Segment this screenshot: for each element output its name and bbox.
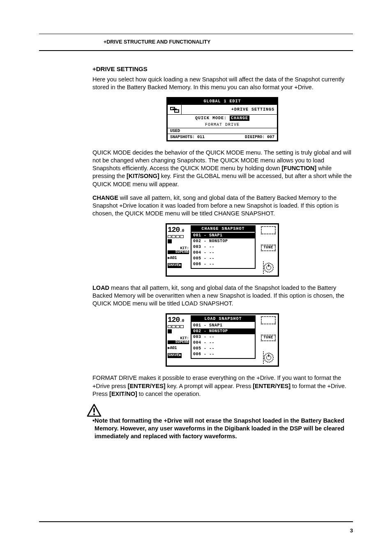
menu-item: 006 - -- [191, 352, 255, 357]
quick-mode-label: QUICK MODE: [195, 116, 227, 120]
menu-item: 005 - -- [191, 346, 255, 352]
menu-item: 006 - -- [191, 261, 255, 267]
step-fill [168, 239, 172, 243]
step-fill [168, 329, 172, 333]
menu-item: 003 - -- [191, 244, 255, 250]
lcd-used-label: USED [168, 128, 277, 134]
knob-icon [264, 263, 274, 273]
lcd-status-row: SNAPSHOTS: 011 DIGIPRO: 007 [168, 134, 277, 140]
bpm-value: 120.0 [168, 315, 189, 325]
lcd-right: TUNE [260, 316, 277, 364]
lcd-format-drive: FORMAT DRIVE [168, 122, 277, 128]
bpm-value: 120.0 [168, 225, 189, 235]
menu-list: 001 - SNAP1002 - NONSTOP003 - --004 - --… [191, 322, 255, 358]
warning-icon [87, 404, 352, 417]
figure-change-snapshot: 120.0 KIT:SUPERB ▶A01 SHAVE▶ CHANGE SNAP… [92, 223, 352, 277]
rule-bottom [39, 521, 353, 522]
param-box-icon [261, 316, 276, 324]
heading-drive-settings: +DRIVE SETTINGS [92, 65, 352, 73]
menu-item: 005 - -- [191, 256, 255, 261]
note-text: Note that formatting the +Drive will not… [95, 417, 352, 440]
svg-rect-1 [93, 414, 95, 415]
lcd-load-snapshot: 120.0 KIT:SUPERB ▶A01 SHAVE▶ LOAD SNAPSH… [166, 313, 279, 367]
lcd-snapshots: SNAPSHOTS: 011 [170, 134, 205, 140]
shave-label: SHAVE▶ [168, 353, 182, 358]
page-number: 3 [350, 527, 353, 534]
page: +DRIVE STRUCTURE AND FUNCTIONALITY +DRIV… [0, 0, 392, 555]
menu-item: 002 - NONSTOP [191, 328, 255, 334]
menu-item: 001 - SNAP1 [191, 323, 255, 328]
lcd-digipro: DIGIPRO: 007 [245, 134, 274, 140]
menu-item: 002 - NONSTOP [191, 238, 255, 244]
para-change: CHANGE will save all pattern, kit, song … [92, 194, 352, 217]
lcd-left: 120.0 KIT:SUPERB ▶A01 SHAVE▶ [168, 225, 189, 275]
figure-load-snapshot: 120.0 KIT:SUPERB ▶A01 SHAVE▶ LOAD SNAPSH… [92, 313, 352, 367]
menu-title: CHANGE SNAPSHOT [191, 226, 255, 232]
tune-label: TUNE [261, 335, 276, 341]
para-quick-mode: QUICK MODE decides the behavior of the Q… [92, 149, 352, 188]
menu-item: 004 - -- [191, 340, 255, 346]
lcd-global-edit: GLOBAL 1 EDIT +DRIVE SETTINGS QUICK MODE… [166, 97, 278, 141]
para-load: LOAD means that all pattern, kit, song a… [92, 284, 352, 308]
pattern-label: ▶A01 [168, 255, 189, 261]
tune-label: TUNE [261, 245, 276, 251]
lcd-left: 120.0 KIT:SUPERB ▶A01 SHAVE▶ [168, 315, 189, 365]
figure-global-edit: GLOBAL 1 EDIT +DRIVE SETTINGS QUICK MODE… [92, 97, 352, 141]
para-intro: Here you select how quick loading a new … [92, 76, 352, 91]
quick-mode-value: CHANGE [230, 116, 249, 121]
kit-badge: KIT:SUPERB [168, 337, 189, 344]
menu-item: 004 - -- [191, 250, 255, 256]
svg-rect-0 [93, 408, 95, 412]
lcd-subtitle: +DRIVE SETTINGS [182, 107, 277, 112]
rule-top-thick [39, 50, 353, 51]
kit-badge: KIT:SUPERB [168, 247, 189, 254]
lcd-title: GLOBAL 1 EDIT [168, 98, 277, 105]
snapshot-menu: LOAD SNAPSHOT 001 - SNAP1002 - NONSTOP00… [191, 315, 256, 359]
content: +DRIVE SETTINGS Here you select how quic… [92, 65, 352, 440]
rule-top-thin [39, 34, 353, 34]
shave-label: SHAVE▶ [168, 263, 182, 268]
menu-list: 001 - SNAP1002 - NONSTOP003 - --004 - --… [191, 232, 255, 268]
snapshot-menu: CHANGE SNAPSHOT 001 - SNAP1002 - NONSTOP… [191, 225, 256, 269]
note-format-warning: • Note that formatting the +Drive will n… [92, 417, 352, 440]
lcd-quick-mode-row: QUICK MODE: CHANGE [168, 115, 277, 122]
para-format: FORMAT DRIVE makes it possible to erase … [92, 374, 352, 398]
step-indicator [168, 325, 189, 328]
lcd-right: TUNE [260, 226, 277, 274]
param-box-icon [261, 226, 276, 234]
pattern-label: ▶A01 [168, 345, 189, 351]
menu-item: 001 - SNAP1 [191, 233, 255, 238]
drive-icon [168, 105, 182, 114]
running-head: +DRIVE STRUCTURE AND FUNCTIONALITY [0, 39, 392, 45]
lcd-change-snapshot: 120.0 KIT:SUPERB ▶A01 SHAVE▶ CHANGE SNAP… [166, 223, 279, 277]
step-indicator [168, 235, 189, 238]
menu-item: 003 - -- [191, 334, 255, 340]
knob-icon [264, 353, 274, 363]
menu-title: LOAD SNAPSHOT [191, 316, 255, 322]
